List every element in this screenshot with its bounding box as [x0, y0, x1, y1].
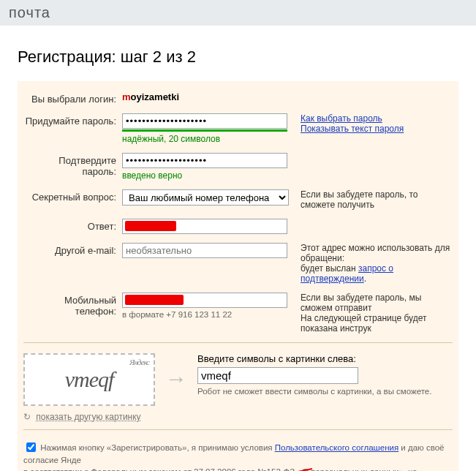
label-phone: Мобильный телефон:	[23, 293, 122, 317]
login-rest: oyizametki	[131, 91, 179, 102]
page-title: Регистрация: шаг 2 из 2	[18, 48, 458, 67]
answer-redacted	[125, 221, 176, 231]
arrow-icon: →	[155, 353, 197, 391]
topbar-title: почта	[9, 4, 50, 20]
secret-side-text: Если вы забудете пароль, то сможете полу…	[287, 189, 453, 210]
agree-checkbox[interactable]	[26, 442, 36, 452]
registration-form: Вы выбрали логин: moyizametki Придумайте…	[18, 81, 458, 471]
agree-text-1: Нажимая кнопку «Зарегистрировать», я при…	[40, 443, 275, 452]
login-value: moyizametki	[122, 91, 287, 102]
captcha-distorted-text: vmeqf	[65, 367, 114, 392]
phone-redacted	[125, 295, 184, 305]
captcha-refresh-row: ↻ показать другую картинку	[23, 412, 155, 422]
row-confirm: Подтвердите пароль: введено верно	[23, 153, 453, 181]
agreement-row: Нажимая кнопку «Зарегистрировать», я при…	[23, 440, 453, 471]
row-password: Придумайте пароль: надёжный, 20 символов…	[23, 113, 453, 144]
refresh-icon: ↻	[23, 412, 31, 422]
password-strength-text: надёжный, 20 символов	[122, 134, 287, 144]
label-answer: Ответ:	[23, 219, 122, 232]
link-show-other-captcha[interactable]: показать другую картинку	[36, 412, 140, 422]
captcha-hint: Робот не сможет ввести символы с картинк…	[197, 387, 453, 396]
label-confirm: Подтвердите пароль:	[23, 153, 122, 177]
phone-format-hint: в формате +7 916 123 11 22	[122, 310, 287, 319]
captcha-image: Яндекс vmeqf	[23, 353, 155, 406]
label-login: Вы выбрали логин:	[23, 91, 122, 105]
captcha-input[interactable]	[197, 367, 358, 384]
topbar: почта	[0, 0, 476, 26]
row-answer: Ответ:	[23, 219, 453, 234]
captcha-brand: Яндекс	[129, 358, 149, 366]
row-secret-question: Секретный вопрос: Ваш любимый номер теле…	[23, 189, 453, 210]
link-how-choose-password[interactable]: Как выбрать пароль	[301, 113, 382, 124]
red-arrow-annotation	[129, 467, 320, 471]
captcha-row: Яндекс vmeqf ↻ показать другую картинку …	[23, 353, 453, 422]
confirm-ok-text: введено верно	[122, 170, 287, 181]
label-secret-question: Секретный вопрос:	[23, 189, 122, 203]
other-email-side: Этот адрес можно использовать для обраще…	[287, 243, 453, 284]
link-show-password-text[interactable]: Показывать текст пароля	[301, 124, 404, 134]
secret-question-select[interactable]: Ваш любимый номер телефона	[122, 189, 289, 206]
phone-side: Если вы забудете пароль, мы сможем отпра…	[287, 293, 453, 334]
confirm-input[interactable]	[122, 153, 287, 168]
separator-2	[23, 429, 453, 430]
separator	[23, 342, 453, 343]
row-phone: Мобильный телефон: в формате +7 916 123 …	[23, 293, 453, 334]
content: Регистрация: шаг 2 из 2 Вы выбрали логин…	[0, 26, 476, 471]
label-password: Придумайте пароль:	[23, 113, 122, 127]
password-input[interactable]	[122, 113, 287, 129]
link-user-agreement[interactable]: Пользовательского соглашения	[275, 443, 398, 452]
password-strength-bar	[122, 129, 287, 132]
other-email-input[interactable]	[122, 243, 287, 258]
label-other-email: Другой e-mail:	[23, 243, 122, 256]
row-other-email: Другой e-mail: Этот адрес можно использо…	[23, 243, 453, 284]
login-first-char: m	[122, 91, 131, 102]
captcha-label: Введите символы с картинки слева:	[197, 353, 453, 364]
row-login: Вы выбрали логин: moyizametki	[23, 91, 453, 105]
